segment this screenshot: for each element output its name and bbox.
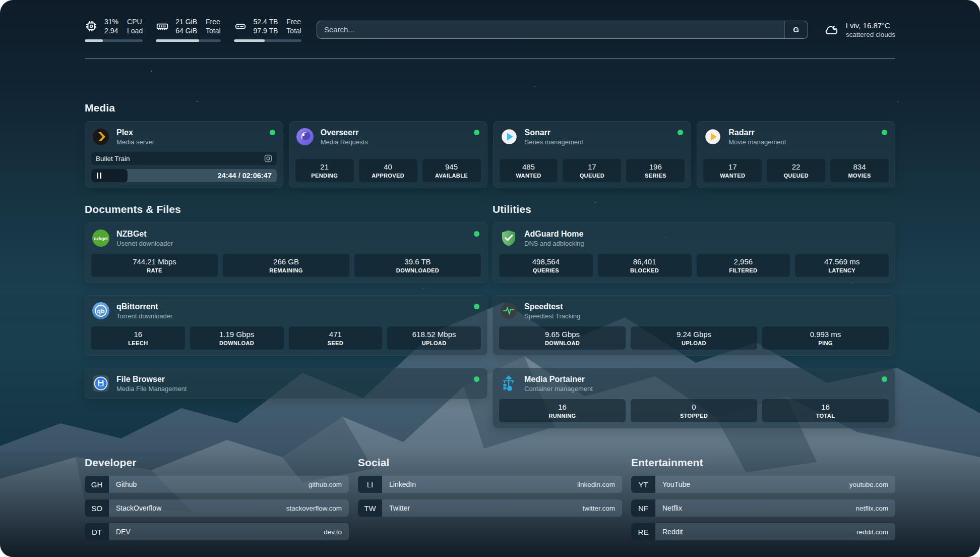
bookmark-url: github.com xyxy=(309,481,342,488)
middle-columns: Documents & Files nzbgetNZBGetUsenet dow… xyxy=(85,203,895,428)
bookmark-netflix[interactable]: NFNetflixnetflix.com xyxy=(631,499,895,517)
speedtest-icon xyxy=(499,301,518,320)
cpu-load-value: 2.94 xyxy=(104,26,118,35)
card-header: Media PortainerContainer management xyxy=(499,374,889,393)
disk-widget: 52.4 TB 97.9 TB Free Total xyxy=(234,17,301,42)
bookmark-stackoverflow[interactable]: SOStackOverflowstackoverflow.com xyxy=(85,499,349,517)
memory-icon xyxy=(156,20,169,33)
status-online-indicator xyxy=(474,130,479,135)
service-card-overseerr[interactable]: OverseerrMedia Requests21PENDING40APPROV… xyxy=(289,121,487,188)
sonarr-icon xyxy=(500,127,519,146)
search-input[interactable] xyxy=(317,21,784,38)
bookmark-reddit[interactable]: RERedditreddit.com xyxy=(631,523,895,540)
stat-value: 744.21 Mbps xyxy=(93,257,216,266)
stats-row: 485WANTED17QUEUED196SERIES xyxy=(500,159,685,182)
cpu-widget: 31% 2.94 CPU Load xyxy=(85,17,143,42)
stat-value: 0.993 ms xyxy=(764,330,887,339)
session-details-icon[interactable] xyxy=(264,154,272,162)
service-subtitle: Torrent downloader xyxy=(116,312,172,320)
playback-time: 24:44 / 02:06:47 xyxy=(218,172,272,180)
memory-values: 21 GiB 64 GiB Free Total xyxy=(175,17,220,35)
qbittorrent-icon: qb xyxy=(91,301,110,320)
section-media: Media PlexMedia serverBullet Train24:44 … xyxy=(85,102,895,188)
service-name: Radarr xyxy=(728,128,786,137)
cpu-label-1: CPU xyxy=(127,17,143,26)
stats-row: 744.21 MbpsRATE266 GBREMAINING39.6 TBDOW… xyxy=(91,254,481,277)
bookmark-url: dev.to xyxy=(324,528,342,536)
service-card-adguard-home[interactable]: AdGuard HomeDNS and adblocking498,564QUE… xyxy=(493,222,895,283)
service-card-file-browser[interactable]: File BrowserMedia File Management xyxy=(85,368,487,399)
stat-box-rate: 744.21 MbpsRATE xyxy=(91,254,218,277)
stat-value: 40 xyxy=(361,162,415,171)
service-name: NZBGet xyxy=(116,230,173,239)
media-grid: PlexMedia serverBullet Train24:44 / 02:0… xyxy=(85,121,895,188)
stats-row: 21PENDING40APPROVED945AVAILABLE xyxy=(295,159,481,182)
service-name: Speedtest xyxy=(524,302,580,311)
stat-label: FILTERED xyxy=(699,267,788,273)
service-card-qbittorrent[interactable]: qbqBittorrentTorrent downloader16LEECH1.… xyxy=(85,295,487,356)
stat-label: APPROVED xyxy=(361,173,415,179)
service-card-nzbget[interactable]: nzbgetNZBGetUsenet downloader744.21 Mbps… xyxy=(85,222,487,283)
search-provider-button[interactable]: G xyxy=(784,21,808,38)
bookmark-abbr: LI xyxy=(358,476,382,493)
cloud-icon xyxy=(823,22,839,38)
stat-box-download: 9.65 GbpsDOWNLOAD xyxy=(499,326,626,350)
bookmark-name: Github xyxy=(116,480,137,488)
svg-text:qb: qb xyxy=(97,308,105,315)
card-meta: AdGuard HomeDNS and adblocking xyxy=(524,230,584,247)
bookmark-dev[interactable]: DTDEVdev.to xyxy=(85,523,349,540)
card-header: RadarrMovie management xyxy=(703,127,889,146)
memory-progress-fill xyxy=(156,39,199,42)
stat-box-ping: 0.993 msPING xyxy=(762,326,889,350)
playback-progress-bar[interactable]: 24:44 / 02:06:47 xyxy=(91,169,277,182)
service-card-speedtest[interactable]: SpeedtestSpeedtest Tracking9.65 GbpsDOWN… xyxy=(493,295,895,356)
service-name: File Browser xyxy=(116,375,187,384)
stat-label: TOTAL xyxy=(764,413,887,419)
weather-widget[interactable]: Lviv, 16.87°C scattered clouds xyxy=(823,21,895,38)
bookmark-linkedin[interactable]: LILinkedInlinkedin.com xyxy=(358,476,622,493)
now-playing-row: Bullet Train xyxy=(91,152,277,165)
service-name: Overseerr xyxy=(321,128,368,137)
stats-row: 17WANTED22QUEUED834MOVIES xyxy=(703,159,889,182)
stat-label: REMAINING xyxy=(225,267,347,273)
bookmark-github[interactable]: GHGithubgithub.com xyxy=(85,476,349,493)
service-card-media-portainer[interactable]: Media PortainerContainer management16RUN… xyxy=(493,368,895,428)
stat-value: 17 xyxy=(705,162,760,171)
section-title-social: Social xyxy=(358,457,622,469)
bookmark-abbr: TW xyxy=(358,499,382,517)
section-title-developer: Developer xyxy=(85,457,349,469)
stat-label: SEED xyxy=(291,340,381,346)
weather-condition: scattered clouds xyxy=(846,31,895,38)
cpu-progress-fill xyxy=(85,39,103,42)
stat-value: 618.52 Mbps xyxy=(389,330,479,339)
adguard-icon xyxy=(499,229,518,248)
overseerr-icon xyxy=(295,127,315,146)
service-card-sonarr[interactable]: SonarrSeries management485WANTED17QUEUED… xyxy=(493,121,692,188)
stat-value: 22 xyxy=(769,162,823,171)
stat-box-download: 1.19 GbpsDOWNLOAD xyxy=(190,326,284,350)
stat-value: 471 xyxy=(291,330,381,339)
nzbget-icon: nzbget xyxy=(91,229,110,248)
card-header: SpeedtestSpeedtest Tracking xyxy=(499,301,889,320)
bookmark-youtube[interactable]: YTYouTubeyoutube.com xyxy=(631,476,895,493)
card-meta: SonarrSeries management xyxy=(525,128,583,146)
service-card-plex[interactable]: PlexMedia serverBullet Train24:44 / 02:0… xyxy=(85,121,283,188)
stats-row: 9.65 GbpsDOWNLOAD9.24 GbpsUPLOAD0.993 ms… xyxy=(499,326,889,350)
section-entertainment: Entertainment YTYouTubeyoutube.comNFNetf… xyxy=(631,457,895,547)
stat-label: PING xyxy=(764,340,887,346)
stat-box-queued: 22QUEUED xyxy=(767,159,825,182)
card-meta: RadarrMovie management xyxy=(728,128,786,146)
cpu-progress-bar xyxy=(85,39,143,42)
service-card-radarr[interactable]: RadarrMovie management17WANTED22QUEUED83… xyxy=(697,121,895,188)
pause-icon[interactable] xyxy=(97,173,102,179)
stat-value: 0 xyxy=(633,403,755,411)
status-online-indicator xyxy=(474,231,479,237)
service-name: Plex xyxy=(116,128,154,137)
bookmark-twitter[interactable]: TWTwittertwitter.com xyxy=(358,499,622,517)
cpu-label-2: Load xyxy=(127,26,143,35)
bookmark-url: stackoverflow.com xyxy=(286,505,342,512)
service-subtitle: Media server xyxy=(116,138,154,146)
service-subtitle: Container management xyxy=(524,385,593,393)
dashboard-window: 31% 2.94 CPU Load xyxy=(0,0,980,557)
service-subtitle: Media File Management xyxy=(116,385,187,393)
